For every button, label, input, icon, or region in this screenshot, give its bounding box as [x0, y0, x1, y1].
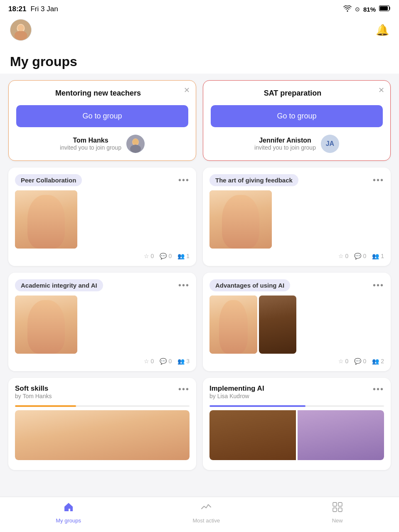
close-sat-button[interactable]: ✕ — [378, 86, 384, 95]
stat-stars-academic-ai: ☆ 0 — [144, 358, 154, 365]
group-card-art-feedback: The art of giving feedback ••• ☆ 0 💬 0 — [203, 167, 391, 266]
star-icon: ☆ — [338, 358, 344, 365]
comment-icon: 💬 — [160, 253, 167, 259]
stat-comments-peer-collab: 💬 0 — [160, 253, 172, 259]
group-card-academic-ai-header: Academic integrity and AI ••• — [15, 279, 190, 291]
invite-card-title-sat: SAT preparation — [211, 89, 383, 98]
user-avatar[interactable] — [10, 19, 32, 41]
status-date: Fri 3 Jan — [30, 5, 58, 13]
inviter-initials-sat: JA — [326, 140, 334, 148]
nav-my-groups-label: My groups — [56, 517, 81, 524]
svg-rect-1 — [380, 6, 388, 10]
close-mentoring-button[interactable]: ✕ — [184, 86, 190, 95]
grid-icon — [332, 501, 343, 516]
stat-stars-advantages-ai: ☆ 0 — [338, 358, 349, 365]
star-icon: ☆ — [338, 253, 344, 259]
bottom-cards-row: Soft skills by Tom Hanks ••• Implementin… — [8, 378, 391, 470]
nav-new-label: New — [332, 517, 343, 524]
progress-bar-soft-skills — [15, 405, 190, 407]
progress-fill-soft-skills — [15, 405, 76, 407]
implementing-ai-img-2 — [298, 410, 384, 460]
comment-icon: 💬 — [354, 358, 361, 365]
group-stats-advantages-ai: ☆ 0 💬 0 👥 2 — [209, 358, 384, 365]
bottom-card-title-implementing-ai: Implementing AI — [209, 384, 264, 393]
inviter-avatar-mentoring — [126, 135, 145, 153]
bottom-card-by-implementing-ai: by Lisa Kudrow — [209, 393, 264, 399]
nav-new[interactable]: New — [332, 501, 343, 524]
group-stats-art-feedback: ☆ 0 💬 0 👥 1 — [209, 253, 384, 259]
more-options-soft-skills[interactable]: ••• — [178, 384, 190, 394]
group-images-advantages-ai — [209, 296, 384, 354]
page-title: My groups — [10, 54, 389, 69]
svg-rect-11 — [338, 502, 342, 506]
bottom-card-images-soft-skills — [15, 410, 190, 460]
svg-rect-13 — [338, 508, 342, 512]
more-options-academic-ai[interactable]: ••• — [178, 281, 190, 290]
location-icon: ⊙ — [355, 6, 360, 12]
home-icon — [63, 501, 74, 516]
bottom-card-implementing-ai: Implementing AI by Lisa Kudrow ••• — [203, 378, 391, 470]
bottom-card-title-soft-skills: Soft skills — [15, 384, 52, 393]
group-tag-art-feedback: The art of giving feedback — [209, 174, 298, 186]
progress-bar-implementing-ai — [209, 405, 384, 407]
bottom-card-by-soft-skills: by Tom Hanks — [15, 393, 52, 399]
members-icon: 👥 — [372, 253, 379, 259]
stat-members-peer-collab: 👥 1 — [177, 253, 190, 259]
group-cards-row-2: Academic integrity and AI ••• ☆ 0 💬 0 � — [8, 273, 391, 371]
stat-stars-peer-collab: ☆ 0 — [144, 253, 154, 259]
group-tag-academic-ai: Academic integrity and AI — [15, 279, 103, 291]
inviter-sub-mentoring: invited you to join group — [60, 144, 121, 151]
implementing-ai-img-1 — [209, 410, 296, 460]
stat-members-advantages-ai: 👥 2 — [372, 358, 384, 365]
bottom-card-images-implementing-ai — [209, 410, 384, 460]
bottom-card-soft-skills-header: Soft skills by Tom Hanks ••• — [15, 384, 190, 404]
group-tag-peer-collab: Peer Collaboration — [15, 174, 82, 186]
go-to-group-button-sat[interactable]: Go to group — [211, 105, 383, 127]
group-img-academic-ai — [15, 296, 77, 354]
members-icon: 👥 — [177, 253, 185, 259]
group-card-advantages-ai-header: Advantages of using AI ••• — [209, 279, 384, 291]
bottom-card-implementing-ai-header: Implementing AI by Lisa Kudrow ••• — [209, 384, 384, 404]
notification-bell-icon[interactable]: 🔔 — [376, 24, 389, 37]
more-options-implementing-ai[interactable]: ••• — [373, 384, 384, 394]
stat-comments-academic-ai: 💬 0 — [160, 358, 172, 365]
bottom-card-soft-skills: Soft skills by Tom Hanks ••• — [8, 378, 196, 470]
group-images-art-feedback — [209, 190, 384, 249]
nav-my-groups[interactable]: My groups — [56, 501, 81, 524]
comment-icon: 💬 — [160, 358, 167, 365]
inviter-name-mentoring: Tom Hanks — [60, 137, 121, 144]
bottom-nav: My groups Most active New — [0, 497, 399, 532]
inviter-avatar-sat: JA — [321, 135, 339, 153]
group-card-art-feedback-header: The art of giving feedback ••• — [209, 174, 384, 186]
svg-point-9 — [133, 139, 138, 145]
battery-text: 81% — [363, 6, 376, 13]
more-options-peer-collab[interactable]: ••• — [178, 175, 190, 185]
go-to-group-button-mentoring[interactable]: Go to group — [16, 105, 188, 127]
group-img-advantages-ai-2 — [259, 296, 296, 354]
star-icon: ☆ — [144, 358, 149, 365]
stat-members-academic-ai: 👥 3 — [177, 358, 190, 365]
invite-info-mentoring: Tom Hanks invited you to join group — [16, 135, 188, 153]
nav-most-active-label: Most active — [192, 517, 220, 524]
chart-icon — [200, 501, 212, 516]
svg-point-5 — [17, 25, 24, 31]
invite-cards-row: ✕ Mentoring new teachers Go to group Tom… — [8, 80, 391, 161]
members-icon: 👥 — [177, 358, 185, 365]
more-options-art-feedback[interactable]: ••• — [373, 175, 384, 185]
group-images-academic-ai — [15, 296, 190, 354]
stat-stars-art-feedback: ☆ 0 — [338, 253, 349, 259]
more-options-advantages-ai[interactable]: ••• — [373, 281, 384, 290]
stat-comments-art-feedback: 💬 0 — [354, 253, 366, 259]
status-icons: ⊙ 81% — [343, 5, 391, 13]
svg-point-8 — [130, 145, 141, 153]
soft-skills-img — [15, 410, 190, 460]
nav-most-active[interactable]: Most active — [192, 501, 220, 524]
invite-card-sat: ✕ SAT preparation Go to group Jennifer A… — [203, 80, 391, 161]
svg-rect-10 — [333, 502, 337, 506]
group-stats-peer-collab: ☆ 0 💬 0 👥 1 — [15, 253, 190, 259]
battery-icon — [379, 5, 391, 13]
stat-comments-advantages-ai: 💬 0 — [354, 358, 366, 365]
comment-icon: 💬 — [354, 253, 361, 259]
group-cards-row-1: Peer Collaboration ••• ☆ 0 💬 0 👥 — [8, 167, 391, 266]
inviter-sub-sat: invited you to join group — [254, 144, 316, 151]
